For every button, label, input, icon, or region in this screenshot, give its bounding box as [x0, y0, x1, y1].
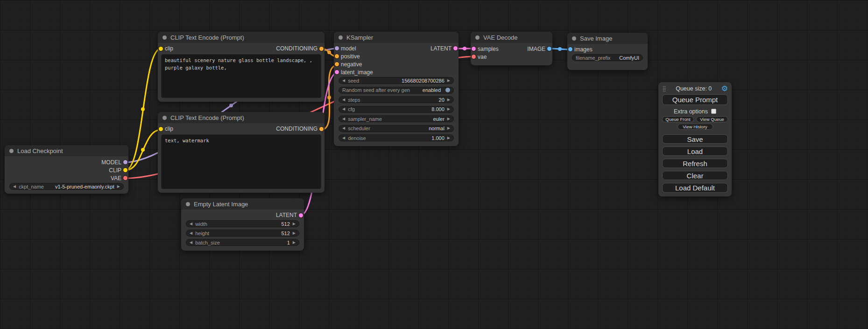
decrement-arrow-icon[interactable]: ◀ [342, 126, 345, 130]
model-output-dot[interactable] [123, 160, 127, 164]
node-clip-text-encode-positive[interactable]: CLIP Text Encode (Prompt) clip CONDITION… [158, 32, 325, 102]
cfg-widget[interactable]: ◀ cfg 8.000 ▶ [339, 106, 454, 113]
increment-arrow-icon[interactable]: ▶ [447, 98, 450, 102]
wire-model-midpoint-dot [229, 104, 233, 107]
increment-arrow-icon[interactable]: ▶ [293, 241, 296, 245]
decrement-arrow-icon[interactable]: ◀ [13, 185, 16, 189]
decrement-arrow-icon[interactable]: ◀ [342, 98, 345, 102]
ckpt-name-widget[interactable]: ◀ ckpt_name v1-5-pruned-emaonly.ckpt ▶ [9, 183, 124, 190]
latent-output-dot[interactable] [453, 46, 458, 50]
increment-arrow-icon[interactable]: ▶ [447, 136, 450, 140]
vae-output-dot[interactable] [123, 176, 127, 180]
save-button[interactable]: Save [662, 134, 728, 144]
increment-arrow-icon[interactable]: ▶ [447, 79, 450, 83]
random-seed-widget[interactable]: Random seed after every gen enabled [339, 87, 454, 94]
node-vae-decode[interactable]: VAE Decode samples vae IMAGE [471, 32, 552, 65]
load-default-button[interactable]: Load Default [662, 183, 728, 193]
node-title-bar[interactable]: VAE Decode [471, 32, 552, 43]
node-title-bar[interactable]: CLIP Text Encode (Prompt) [158, 112, 325, 123]
widget-value: 8.000 [431, 106, 445, 112]
increment-arrow-icon[interactable]: ▶ [447, 107, 450, 111]
model-input-dot[interactable] [335, 46, 339, 50]
filename-prefix-widget[interactable]: filename_prefix ComfyUI [572, 54, 643, 61]
positive-prompt-textarea[interactable]: beautiful scenery nature glass bottle la… [161, 54, 321, 98]
refresh-button[interactable]: Refresh [662, 159, 728, 168]
load-button[interactable]: Load [662, 147, 728, 156]
vae-input-dot[interactable] [472, 55, 476, 59]
view-history-button[interactable]: View History [677, 124, 713, 130]
decrement-arrow-icon[interactable]: ◀ [190, 231, 192, 235]
slot-label: IMAGE [527, 46, 545, 52]
increment-arrow-icon[interactable]: ▶ [447, 126, 450, 130]
decrement-arrow-icon[interactable]: ◀ [342, 117, 345, 121]
collapse-dot[interactable] [339, 35, 343, 40]
image-output-dot[interactable] [547, 47, 551, 51]
node-empty-latent-image[interactable]: Empty Latent Image LATENT ◀ width 512 ▶ … [181, 198, 304, 251]
collapse-dot[interactable] [9, 149, 14, 153]
node-title-bar[interactable]: Empty Latent Image [181, 198, 304, 210]
node-title-bar[interactable]: Save Image [567, 33, 648, 44]
positive-input-dot[interactable] [335, 54, 339, 58]
drag-handle-icon[interactable]: ⣿ [662, 86, 666, 91]
slot-label: vae [478, 54, 487, 60]
decrement-arrow-icon[interactable]: ◀ [190, 241, 192, 245]
height-widget[interactable]: ◀ height 512 ▶ [186, 230, 299, 237]
seed-widget[interactable]: ◀ seed 156680208700286 ▶ [339, 77, 454, 84]
node-title-bar[interactable]: Load Checkpoint [5, 145, 128, 156]
node-clip-text-encode-negative[interactable]: CLIP Text Encode (Prompt) clip CONDITION… [158, 112, 325, 193]
wire-cond1-midpoint-dot [327, 50, 331, 54]
images-input-dot[interactable] [568, 47, 572, 51]
node-load-checkpoint[interactable]: Load Checkpoint MODEL CLIP VAE ◀ ckpt_na… [5, 145, 128, 194]
latent-output-dot[interactable] [299, 213, 303, 217]
clear-button[interactable]: Clear [662, 171, 728, 180]
node-title: Save Image [580, 35, 612, 42]
queue-front-button[interactable]: Queue Front [662, 116, 694, 122]
node-title-bar[interactable]: KSampler [334, 32, 459, 43]
menu-header: ⣿ Queue size: 0 ⚙ [662, 84, 728, 93]
clip-input-dot[interactable] [159, 47, 163, 51]
decrement-arrow-icon[interactable]: ◀ [342, 107, 345, 111]
node-title-bar[interactable]: CLIP Text Encode (Prompt) [158, 32, 325, 43]
clip-input-dot[interactable] [159, 127, 163, 131]
width-widget[interactable]: ◀ width 512 ▶ [186, 220, 299, 227]
decrement-arrow-icon[interactable]: ◀ [190, 222, 192, 226]
slot-label: CONDITIONING [276, 126, 318, 132]
queue-prompt-button[interactable]: Queue Prompt [662, 94, 728, 105]
extra-options-checkbox[interactable] [711, 109, 716, 114]
negative-input-dot[interactable] [335, 62, 339, 66]
slot-label: positive [341, 53, 360, 60]
slot-label: LATENT [276, 212, 297, 218]
sampler-name-widget[interactable]: ◀ sampler_name euler ▶ [339, 115, 454, 122]
collapse-dot[interactable] [475, 35, 480, 40]
collapse-dot[interactable] [572, 36, 576, 41]
scheduler-widget[interactable]: ◀ scheduler normal ▶ [339, 125, 454, 132]
increment-arrow-icon[interactable]: ▶ [293, 231, 296, 235]
slot-label: CONDITIONING [276, 45, 318, 52]
decrement-arrow-icon[interactable]: ◀ [342, 79, 345, 83]
collapse-dot[interactable] [162, 116, 167, 120]
gear-icon[interactable]: ⚙ [721, 85, 728, 92]
widget-label: cfg [348, 106, 355, 112]
view-queue-button[interactable]: View Queue [696, 116, 728, 122]
clip-output-dot[interactable] [123, 168, 127, 172]
increment-arrow-icon[interactable]: ▶ [447, 117, 450, 121]
graph-canvas[interactable]: Load Checkpoint MODEL CLIP VAE ◀ ckpt_na… [0, 0, 868, 329]
steps-widget[interactable]: ◀ steps 20 ▶ [339, 96, 454, 103]
latent-image-input-dot[interactable] [335, 70, 339, 74]
increment-arrow-icon[interactable]: ▶ [117, 185, 120, 189]
collapse-dot[interactable] [186, 202, 190, 206]
conditioning-output-dot[interactable] [319, 127, 324, 131]
decrement-arrow-icon[interactable]: ◀ [342, 136, 345, 140]
denoise-widget[interactable]: ◀ denoise 1.000 ▶ [339, 134, 454, 141]
node-ksampler[interactable]: KSampler model positive negative latent_… [334, 32, 459, 146]
widget-label: filename_prefix [576, 55, 611, 61]
toggle-dot[interactable] [445, 88, 450, 92]
samples-input-dot[interactable] [472, 47, 476, 51]
batch-size-widget[interactable]: ◀ batch_size 1 ▶ [186, 239, 299, 246]
collapse-dot[interactable] [162, 35, 167, 40]
negative-prompt-textarea[interactable]: text, watermark [161, 134, 321, 189]
input-slot-positive: positive [334, 52, 360, 60]
conditioning-output-dot[interactable] [319, 47, 324, 51]
increment-arrow-icon[interactable]: ▶ [293, 222, 296, 226]
node-save-image[interactable]: Save Image images filename_prefix ComfyU… [567, 33, 648, 70]
